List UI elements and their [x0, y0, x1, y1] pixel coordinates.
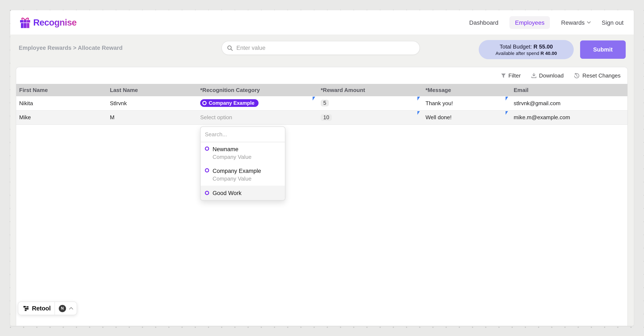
category-dropdown: Newname Company Value Company Example Co… — [200, 126, 285, 200]
cell-recognition-category-select[interactable]: Select option — [197, 110, 318, 124]
dropdown-option-good-work[interactable]: Good Work — [200, 186, 285, 200]
cell-email[interactable]: mike.m@example.com — [511, 110, 628, 124]
table-card: Filter Download — [16, 67, 628, 326]
option-ring-icon — [205, 146, 209, 151]
reward-amount-badge: 5 — [321, 100, 329, 107]
chevron-up-icon[interactable] — [69, 307, 73, 310]
cell-email[interactable]: stlrvnk@gmail.com — [511, 96, 628, 110]
app-window: Recognise Dashboard Employees Rewards Si… — [10, 10, 634, 326]
search-icon — [227, 45, 233, 51]
column-header-recognition-category[interactable]: *Recognition Category — [197, 84, 318, 96]
message-text: Well done! — [426, 114, 452, 121]
retool-logo-icon — [23, 305, 29, 311]
user-avatar[interactable]: N — [59, 305, 66, 312]
budget-available: Available after spend R 40.00 — [496, 51, 557, 56]
table-row: Mike M Select option 10 Well done! mike.… — [16, 110, 628, 125]
option-sublabel: Company Value — [212, 153, 252, 160]
cell-message[interactable]: Thank you! — [422, 96, 511, 110]
cell-first-name[interactable]: Mike — [16, 110, 107, 124]
budget-total-value: R 55.00 — [534, 44, 553, 50]
app-header: Recognise Dashboard Employees Rewards Si… — [10, 10, 634, 34]
cell-reward-amount[interactable]: 10 — [318, 110, 422, 124]
budget-available-label: Available after spend — [496, 51, 539, 56]
table-row: Nikita Stlrvnk Company Example 5 — [16, 96, 628, 110]
submit-button[interactable]: Submit — [580, 40, 626, 59]
edited-cell-marker — [418, 111, 420, 115]
nav-sign-out[interactable]: Sign out — [602, 19, 624, 26]
edited-cell-marker — [313, 97, 315, 100]
reset-changes-button[interactable]: Reset Changes — [574, 72, 620, 79]
edited-cell-marker — [418, 97, 420, 100]
app-title: Recognise — [33, 17, 76, 28]
cell-last-name[interactable]: M — [107, 110, 197, 124]
table-header-row: First Name Last Name *Recognition Catego… — [16, 84, 628, 96]
reward-amount-badge: 10 — [321, 114, 332, 121]
desktop-background: Recognise Dashboard Employees Rewards Si… — [0, 0, 644, 336]
gift-icon — [19, 16, 32, 29]
column-header-email[interactable]: Email — [511, 84, 628, 96]
app-logo: Recognise — [19, 16, 76, 29]
nav-employees[interactable]: Employees — [510, 16, 550, 29]
category-ring-icon — [202, 101, 206, 106]
budget-available-value: R 40.00 — [540, 51, 557, 56]
filter-icon — [501, 73, 506, 78]
badge-divider — [54, 302, 55, 315]
column-header-reward-amount[interactable]: *Reward Amount — [318, 84, 422, 96]
filter-button[interactable]: Filter — [501, 72, 521, 79]
column-header-last-name[interactable]: Last Name — [107, 84, 197, 96]
retool-badge[interactable]: Retool N — [18, 302, 77, 315]
edited-cell-marker — [506, 97, 508, 100]
option-label: Newname — [212, 146, 252, 153]
download-label: Download — [539, 72, 564, 79]
option-label: Good Work — [212, 189, 242, 196]
nav-dashboard[interactable]: Dashboard — [469, 19, 498, 26]
search-box — [222, 41, 420, 55]
option-ring-icon — [205, 168, 209, 172]
dropdown-option-company-example[interactable]: Company Example Company Value — [200, 164, 285, 186]
breadcrumb: Employee Rewards > Allocate Reward — [19, 45, 122, 51]
chevron-down-icon — [587, 21, 590, 24]
budget-pill: Total Budget: R 55.00 Available after sp… — [479, 40, 574, 59]
budget-total: Total Budget: R 55.00 — [500, 44, 553, 50]
table-toolbar: Filter Download — [16, 67, 628, 84]
dropdown-search-box — [200, 127, 285, 142]
nav-rewards[interactable]: Rewards — [561, 19, 591, 26]
nav-rewards-label: Rewards — [561, 19, 585, 26]
search-input[interactable] — [236, 45, 414, 51]
download-icon — [531, 73, 536, 78]
filter-label: Filter — [508, 72, 521, 79]
retool-brand-label: Retool — [32, 305, 51, 312]
budget-total-label: Total Budget: — [500, 44, 532, 50]
option-ring-icon — [205, 191, 209, 195]
column-header-message[interactable]: *Message — [422, 84, 511, 96]
dropdown-search-input[interactable] — [205, 131, 281, 138]
category-pill[interactable]: Company Example — [200, 100, 259, 107]
reset-history-icon — [574, 72, 580, 78]
option-sublabel: Company Value — [212, 175, 261, 182]
cell-recognition-category[interactable]: Company Example — [197, 96, 318, 110]
main-nav: Dashboard Employees Rewards Sign out — [469, 16, 624, 29]
option-label: Company Example — [212, 167, 261, 174]
category-pill-label: Company Example — [209, 100, 254, 106]
edited-cell-marker — [506, 111, 508, 115]
reset-changes-label: Reset Changes — [582, 72, 620, 79]
cell-message[interactable]: Well done! — [422, 110, 511, 124]
download-button[interactable]: Download — [531, 72, 564, 79]
column-header-first-name[interactable]: First Name — [16, 84, 107, 96]
cell-last-name[interactable]: Stlrvnk — [107, 96, 197, 110]
cell-first-name[interactable]: Nikita — [16, 96, 107, 110]
message-text: Thank you! — [426, 100, 453, 106]
dropdown-option-newname[interactable]: Newname Company Value — [200, 142, 285, 164]
cell-reward-amount[interactable]: 5 — [318, 96, 422, 110]
